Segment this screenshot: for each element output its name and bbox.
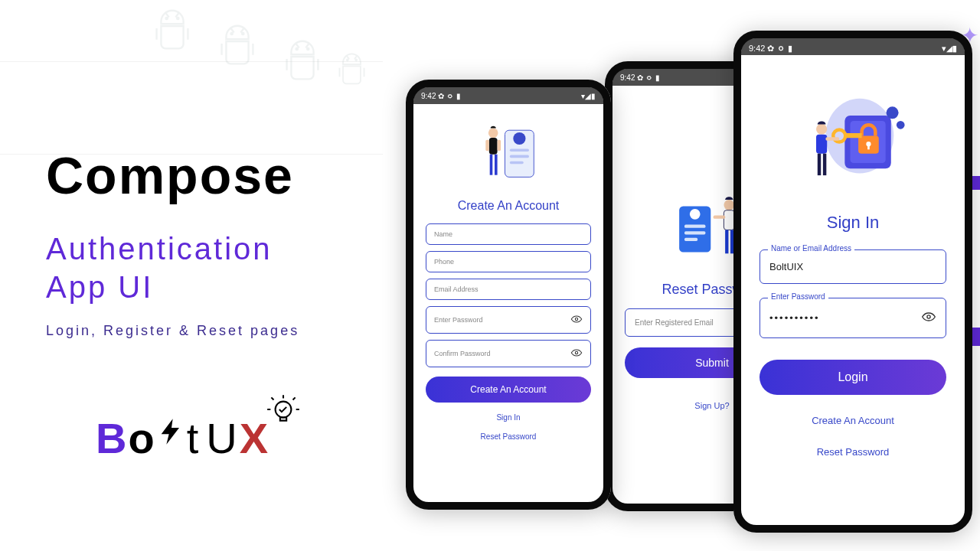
logo-letter: o [128,413,155,463]
hero-headline: Compose [46,145,294,205]
signup-link[interactable]: Sign Up? [694,401,729,410]
svg-rect-31 [714,216,725,219]
email-field[interactable]: Email Address [426,279,591,300]
hero-subtitle-line1: Authentication [46,232,273,266]
svg-point-3 [242,33,243,34]
status-bar: 9:42 ✿ ⭘ ▮ ▾◢▮ [413,87,603,104]
svg-point-21 [575,351,577,354]
brand-logo: B o t U X [96,413,270,463]
password-placeholder: Enter Password [434,316,570,324]
svg-rect-13 [510,161,524,165]
svg-rect-47 [823,154,826,175]
name-field[interactable]: Name [426,223,591,245]
eye-icon[interactable] [570,347,583,360]
login-password-value: •••••••••• [769,312,921,324]
android-robot-icon [276,31,329,92]
android-robot-icon [145,0,199,61]
svg-point-23 [690,209,701,220]
svg-point-49 [927,315,930,318]
svg-rect-25 [684,231,705,234]
status-time: 9:42 [421,92,436,100]
svg-rect-17 [495,155,498,175]
bolt-icon [156,412,187,461]
svg-point-5 [307,48,309,50]
create-account-button[interactable]: Create An Account [426,377,591,403]
phone-register: 9:42 ✿ ⭘ ▮ ▾◢▮ Create An Account Name [406,80,611,510]
svg-rect-39 [867,144,870,149]
logo-letter: U [206,413,239,463]
login-illustration [792,86,914,193]
svg-rect-24 [684,225,705,228]
android-robot-icon [331,46,373,93]
svg-rect-48 [825,137,839,140]
login-title: Sign In [827,213,880,233]
svg-rect-43 [844,133,861,138]
svg-point-7 [355,59,357,60]
reset-password-link[interactable]: Reset Password [817,446,890,458]
phone-login: 9:42 ✿ ⭘ ▮ ▾◢▮ [733,31,972,533]
status-time: 9:42 [749,44,765,53]
phone-placeholder: Phone [434,258,583,266]
login-button[interactable]: Login [760,360,946,395]
svg-point-44 [816,124,827,135]
confirm-placeholder: Confirm Password [434,350,570,357]
svg-rect-45 [816,135,827,154]
logo-letter: t [187,413,207,463]
email-placeholder: Email Address [434,285,583,293]
svg-rect-18 [485,140,489,151]
svg-rect-19 [498,140,501,151]
login-id-label: Name or Email Address [768,244,854,253]
status-time: 9:42 [620,73,635,82]
login-id-field[interactable]: Name or Email Address BoltUIX [760,249,946,284]
svg-point-41 [897,121,905,129]
android-robot-icon [211,15,264,77]
phone-field[interactable]: Phone [426,251,591,272]
logo-letter: B [96,413,128,463]
svg-rect-29 [725,230,728,253]
login-password-label: Enter Password [768,292,828,301]
create-account-link[interactable]: Create An Account [812,415,894,426]
svg-point-0 [166,18,168,19]
eye-icon[interactable] [570,313,583,327]
svg-rect-46 [818,154,821,175]
svg-point-20 [575,318,577,320]
register-illustration [466,118,550,187]
confirm-password-field[interactable]: Confirm Password [426,340,591,367]
svg-rect-12 [510,155,529,158]
svg-rect-26 [684,238,697,241]
login-id-value: BoltUIX [769,261,936,272]
svg-point-2 [231,33,233,34]
eye-icon[interactable] [921,309,936,327]
svg-rect-15 [489,138,498,155]
hero-detail: Login, Register & Reset pages [46,323,299,339]
hero-subtitle: Authentication App UI [46,230,273,306]
svg-rect-11 [510,149,529,152]
signin-link[interactable]: Sign In [496,413,520,422]
reset-password-link[interactable]: Reset Password [481,432,537,441]
svg-point-4 [296,48,298,50]
lightbulb-icon [264,389,302,427]
svg-point-40 [887,106,899,119]
status-icons: ▾◢▮ [942,44,957,54]
password-field[interactable]: Enter Password [426,306,591,334]
register-title: Create An Account [458,199,560,213]
hero-subtitle-line2: App UI [46,270,153,304]
svg-point-6 [347,59,348,60]
status-icons: ▾◢▮ [581,92,596,100]
login-password-field[interactable]: Enter Password •••••••••• [760,298,946,338]
svg-point-14 [488,129,498,139]
svg-rect-16 [490,155,493,175]
name-placeholder: Name [434,230,583,238]
svg-point-10 [513,132,525,145]
svg-point-1 [177,18,178,19]
